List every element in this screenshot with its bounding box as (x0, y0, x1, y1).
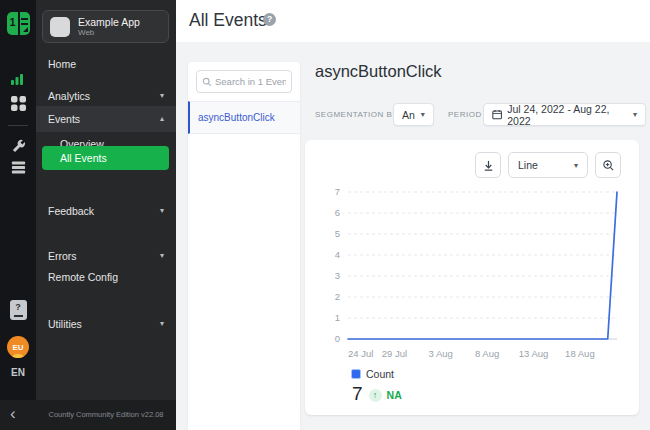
calendar-icon (492, 109, 502, 120)
countly-logo[interactable]: 1 (0, 12, 36, 35)
management-wrench-icon[interactable] (0, 138, 36, 153)
svg-text:2: 2 (335, 291, 340, 302)
help-doc-icon: ? (10, 300, 27, 320)
sidebar-item-remote-config[interactable]: Remote Config (36, 265, 176, 289)
user-avatar[interactable]: EU (0, 336, 36, 358)
svg-text:13 Aug: 13 Aug (519, 348, 549, 359)
sidebar-item-analytics[interactable]: Analytics▾ (36, 84, 176, 108)
trend-up-icon: ↑ (369, 389, 382, 402)
language-selector[interactable]: EN (0, 367, 36, 378)
chevron-up-icon: ▴ (160, 106, 164, 132)
zoom-in-icon (602, 159, 615, 172)
events-list-panel: asyncButtonClick (188, 62, 300, 430)
app-name: Example App (78, 16, 140, 28)
chart-type-select[interactable]: Line ▾ (508, 152, 588, 178)
main-content: asyncButtonClick asyncButtonClick SEGMEN… (176, 42, 650, 430)
chevron-down-icon: ▾ (160, 84, 164, 108)
zoom-chart-button[interactable] (595, 152, 621, 178)
sidebar-item-all-events[interactable]: All Events (42, 146, 169, 170)
data-manager-icon[interactable] (0, 160, 36, 175)
svg-text:6: 6 (335, 207, 340, 218)
chevron-down-icon: ▾ (160, 199, 164, 223)
language-label: EN (11, 367, 25, 378)
period-label: PERIOD (448, 110, 482, 119)
chevron-down-icon: ▾ (421, 110, 425, 119)
chevron-down-icon: ▾ (160, 312, 164, 336)
summary-row: 7 ↑ NA (352, 383, 402, 405)
sidebar-footer: ‹ Countly Community Edition v22.08 (0, 400, 176, 430)
app-type: Web (78, 28, 140, 37)
svg-text:0: 0 (335, 333, 340, 344)
countly-logo-icon: 1 (7, 12, 30, 35)
svg-text:7: 7 (335, 186, 340, 197)
svg-text:3: 3 (335, 270, 340, 281)
chevron-down-icon: ▾ (633, 110, 637, 119)
line-chart[interactable]: 0123456724 Jul29 Jul3 Aug8 Aug13 Aug18 A… (305, 182, 639, 368)
total-count-value: 7 (352, 383, 363, 405)
download-chart-button[interactable] (475, 152, 501, 178)
sidebar-item-utilities[interactable]: Utilities▾ (36, 312, 176, 336)
chart-card: Line ▾ 0123456724 Jul29 Jul3 Aug8 Aug13 … (305, 140, 639, 415)
svg-text:5: 5 (335, 228, 340, 239)
svg-text:4: 4 (335, 249, 340, 260)
legend-label: Count (366, 368, 394, 380)
download-icon (482, 159, 495, 172)
iconbar-divider (8, 125, 28, 126)
sidebar-nav: Example App Web Home Analytics▾ Events▴ … (36, 0, 176, 400)
app-switcher[interactable]: Example App Web (42, 10, 169, 43)
svg-text:24 Jul: 24 Jul (348, 348, 373, 359)
svg-text:1: 1 (335, 312, 340, 323)
page-title: All Events (189, 10, 267, 31)
event-search-box[interactable] (196, 70, 292, 93)
sidebar-item-events[interactable]: Events▴ (36, 106, 176, 132)
svg-text:18 Aug: 18 Aug (565, 348, 595, 359)
trend-value: NA (387, 389, 402, 401)
segmentation-label: SEGMENTATION BY (315, 110, 398, 119)
apps-grid-icon[interactable] (0, 96, 36, 111)
event-list-item-selected[interactable]: asyncButtonClick (188, 101, 300, 134)
page-help-icon[interactable]: ? (263, 13, 276, 26)
svg-text:8 Aug: 8 Aug (475, 348, 499, 359)
collapse-sidebar-button[interactable]: ‹ (10, 404, 16, 424)
search-icon (202, 77, 212, 87)
chevron-down-icon: ▾ (574, 161, 578, 170)
line-chart-svg: 0123456724 Jul29 Jul3 Aug8 Aug13 Aug18 A… (305, 182, 639, 368)
page-header: All Events ? (176, 0, 650, 42)
version-label: Countly Community Edition v22.08 (36, 410, 176, 419)
svg-text:3 Aug: 3 Aug (429, 348, 453, 359)
sidebar-item-feedback[interactable]: Feedback▾ (36, 199, 176, 223)
sidebar-item-home[interactable]: Home (36, 52, 176, 76)
legend-color-swatch (351, 369, 361, 379)
segmentation-dropdown[interactable]: An ▾ (393, 103, 434, 126)
analytics-bars-icon[interactable] (0, 70, 36, 86)
period-datepicker[interactable]: Jul 24, 2022 - Aug 22, 2022 ▾ (483, 103, 646, 126)
event-detail-title: asyncButtonClick (315, 62, 442, 81)
guides-help-icon[interactable]: ? (0, 300, 36, 320)
avatar-initials: EU (7, 336, 29, 358)
sidebar-icon-bar: 1 ? EU EN (0, 0, 36, 400)
chart-legend[interactable]: Count (351, 368, 394, 380)
event-search-input[interactable] (215, 76, 286, 87)
svg-text:29 Jul: 29 Jul (382, 348, 407, 359)
app-icon (50, 17, 70, 37)
